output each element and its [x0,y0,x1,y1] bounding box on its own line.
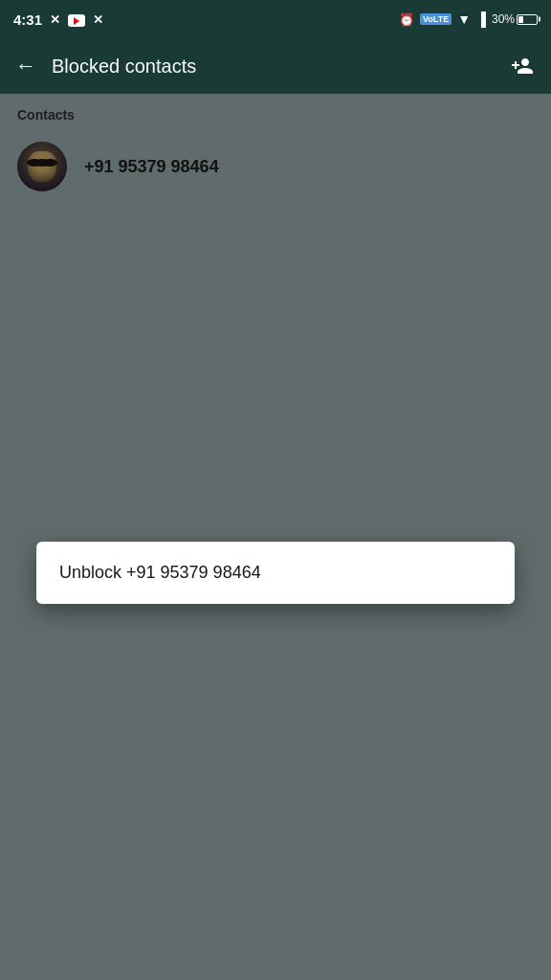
unblock-button[interactable]: Unblock +91 95379 98464 [36,542,515,604]
overlay[interactable] [0,94,551,980]
battery-icon [517,14,538,25]
volte-badge: VoLTE [420,13,452,25]
battery-percent: 30% [492,12,515,26]
status-bar: 4:31 ✕ ✕ ⏰ VoLTE ▼ ▐ 30% [0,0,551,38]
alarm-icon: ⏰ [399,12,414,27]
signal-icon: ▐ [476,11,486,27]
status-bar-left: 4:31 ✕ ✕ [13,11,103,28]
back-button[interactable]: ← [15,54,36,78]
add-contact-button[interactable] [509,53,536,79]
wifi-icon: ▼ [457,11,471,27]
youtube-icon [68,11,85,28]
context-menu: Unblock +91 95379 98464 [36,542,515,604]
status-bar-right: ⏰ VoLTE ▼ ▐ 30% [399,11,538,27]
x-icon-2: ✕ [93,12,103,27]
page-title: Blocked contacts [52,56,494,78]
x-icon-1: ✕ [50,12,60,27]
time-display: 4:31 [13,11,42,28]
battery-info: 30% [492,12,538,26]
content-area: Contacts +91 95379 98464 Unblock +91 953… [0,94,551,980]
app-bar: ← Blocked contacts [0,38,551,94]
